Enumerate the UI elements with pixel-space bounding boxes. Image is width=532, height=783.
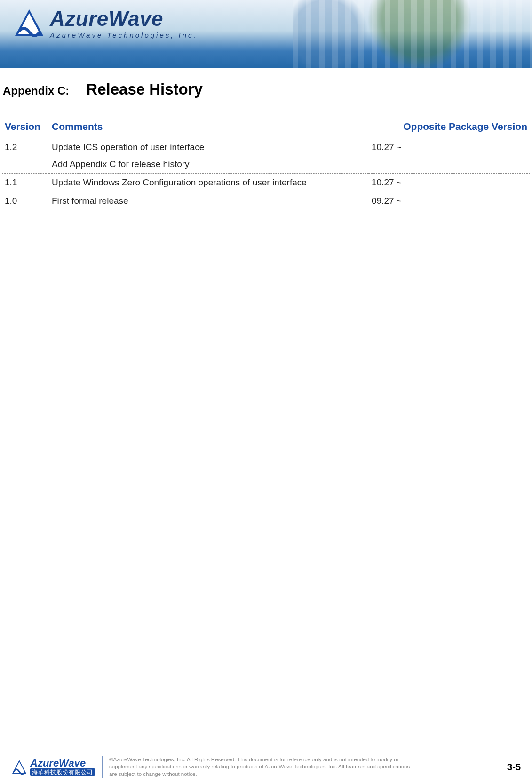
table-row: 1.2 Update ICS operation of user interfa…	[2, 138, 530, 156]
col-header-opposite: Opposite Package Version	[369, 114, 530, 138]
col-header-comments: Comments	[49, 114, 369, 138]
footer-brand-cn: 海華科技股份有限公司	[30, 768, 95, 776]
cell-opposite: 09.27 ~	[369, 192, 530, 209]
page-title: Release History	[86, 80, 203, 98]
release-history-table: Version Comments Opposite Package Versio…	[2, 114, 530, 209]
cell-comment: Update ICS operation of user interface	[49, 138, 369, 156]
col-header-version: Version	[2, 114, 49, 138]
cell-comment: Add Appendix C for release history	[49, 155, 369, 174]
title-row: Appendix C: Release History	[0, 80, 532, 98]
header-logo: AzureWave AzureWave Technologies, Inc.	[13, 8, 198, 39]
azurewave-logo-icon	[11, 759, 27, 775]
table-row: 1.0 First formal release 09.27 ~	[2, 192, 530, 209]
cell-version: 1.0	[2, 192, 49, 209]
footer-logo: AzureWave 海華科技股份有限公司	[11, 758, 95, 776]
azurewave-logo-icon	[13, 8, 45, 38]
page-content: Appendix C: Release History Version Comm…	[0, 68, 532, 209]
cell-opposite: 10.27 ~	[369, 138, 530, 156]
appendix-label: Appendix C:	[3, 84, 69, 97]
table-row: Add Appendix C for release history	[2, 155, 530, 174]
footer-copyright: ©AzureWave Technologies, Inc. All Rights…	[109, 756, 410, 778]
cell-opposite: 10.27 ~	[369, 174, 530, 192]
page-number: 3-5	[507, 762, 521, 773]
cell-comment: Update Windows Zero Configuration operat…	[49, 174, 369, 192]
cell-comment: First formal release	[49, 192, 369, 209]
footer-divider	[102, 756, 103, 778]
table-header-row: Version Comments Opposite Package Versio…	[2, 114, 530, 138]
footer-brand-name: AzureWave	[30, 758, 95, 768]
header-brand-name: AzureWave	[50, 8, 198, 29]
cell-opposite	[369, 155, 530, 174]
header-brand-tagline: AzureWave Technologies, Inc.	[50, 31, 198, 39]
cell-version: 1.2	[2, 138, 49, 156]
cell-version	[2, 155, 49, 174]
title-divider	[2, 112, 530, 112]
page-footer: AzureWave 海華科技股份有限公司 ©AzureWave Technolo…	[0, 751, 532, 783]
header-banner: AzureWave AzureWave Technologies, Inc.	[0, 0, 532, 68]
table-row: 1.1 Update Windows Zero Configuration op…	[2, 174, 530, 192]
cell-version: 1.1	[2, 174, 49, 192]
